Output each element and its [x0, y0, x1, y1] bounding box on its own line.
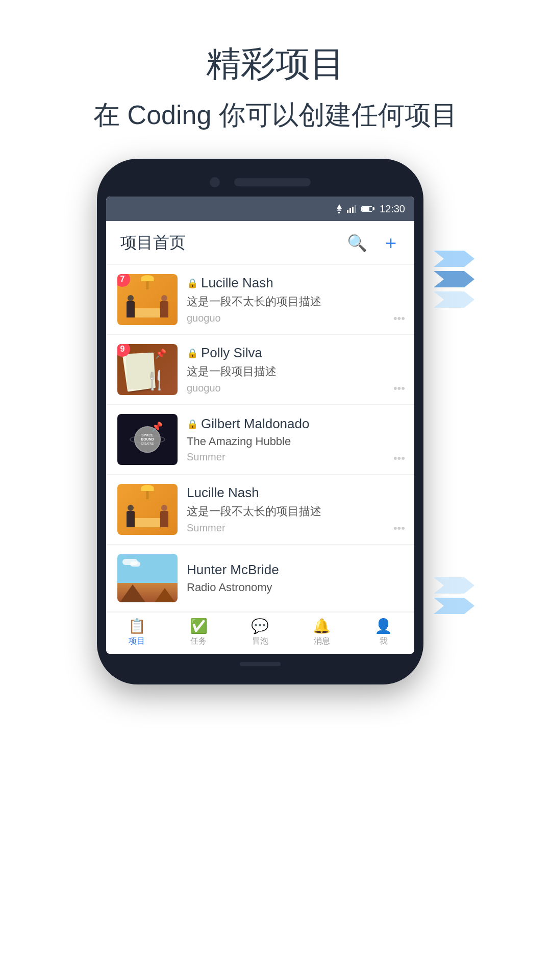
project-description: Radio Astronomy — [187, 581, 394, 594]
nav-item-projects[interactable]: 📋 项目 — [128, 618, 146, 647]
project-description: 这是一段项目描述 — [187, 364, 394, 379]
bottom-nav: 📋 项目 ✅ 任务 💬 冒泡 🔔 — [106, 612, 414, 654]
nav-item-profile[interactable]: 👤 我 — [374, 618, 392, 647]
add-button[interactable]: ＋ — [382, 230, 400, 255]
search-button[interactable]: 🔍 — [347, 233, 367, 253]
project-info: Lucille Nash 这是一段不太长的项目描述 Summer — [178, 485, 403, 534]
page-subtitle: 在 Coding 你可以创建任何项目 — [93, 97, 458, 133]
nav-item-messages[interactable]: 🔔 消息 — [313, 618, 331, 647]
wifi-icon — [337, 204, 342, 213]
project-thumbnail: SPACEBOUNDCREATIVE 📌 — [117, 414, 178, 465]
phone-frame: 12:30 项目首页 🔍 ＋ — [97, 159, 423, 684]
project-info: Hunter McBride Radio Astronomy — [178, 562, 403, 594]
more-button[interactable]: ••• — [393, 452, 405, 465]
nav-item-tasks[interactable]: ✅ 任务 — [190, 618, 208, 647]
status-time: 12:30 — [380, 203, 405, 215]
app-title: 项目首页 — [120, 232, 186, 254]
list-item[interactable]: Hunter McBride Radio Astronomy — [106, 545, 414, 612]
project-info: 🔒 Polly Silva 这是一段项目描述 guoguo — [178, 345, 403, 394]
decorative-arrows-top — [434, 251, 474, 308]
project-nav-icon: 📋 — [128, 618, 146, 634]
phone-bottom — [106, 654, 414, 670]
nav-label-tasks: 任务 — [190, 636, 207, 647]
project-info: 🔒 Lucille Nash 这是一段不太长的项目描述 guoguo — [178, 275, 403, 324]
project-name: Hunter McBride — [187, 562, 279, 578]
project-owner: Summer — [187, 522, 394, 534]
signal-icon — [347, 205, 356, 213]
project-thumbnail — [117, 554, 178, 602]
message-nav-icon: 🔔 — [313, 618, 331, 634]
page-container: 精彩项目 在 Coding 你可以创建任何项目 — [0, 0, 551, 980]
list-item[interactable]: Lucille Nash 这是一段不太长的项目描述 Summer ••• — [106, 475, 414, 545]
nav-label-profile: 我 — [380, 636, 388, 647]
project-thumbnail: 7 — [117, 274, 178, 325]
project-name: Polly Silva — [201, 345, 262, 361]
battery-icon — [361, 206, 374, 212]
nav-label-projects: 项目 — [129, 636, 145, 647]
project-description: The Amazing Hubble — [187, 435, 394, 448]
list-item[interactable]: 🍴 📌 9 🔒 Polly Silva 这是一段项目描述 — [106, 335, 414, 405]
project-owner: guoguo — [187, 382, 394, 394]
phone-camera — [210, 177, 220, 187]
more-button[interactable]: ••• — [393, 312, 405, 325]
project-name: Lucille Nash — [187, 485, 259, 501]
lock-icon: 🔒 — [187, 348, 198, 359]
page-header: 精彩项目 在 Coding 你可以创建任何项目 — [63, 0, 488, 159]
list-item[interactable]: SPACEBOUNDCREATIVE 📌 🔒 — [106, 405, 414, 475]
nav-label-messages: 消息 — [314, 636, 330, 647]
task-nav-icon: ✅ — [190, 618, 208, 634]
lock-icon: 🔒 — [187, 278, 198, 289]
nav-item-bubble[interactable]: 💬 冒泡 — [251, 618, 269, 647]
project-name: Lucille Nash — [201, 275, 273, 291]
lock-icon: 🔒 — [187, 419, 198, 430]
decorative-arrows-bottom — [434, 577, 474, 614]
project-description: 这是一段不太长的项目描述 — [187, 294, 394, 309]
more-button[interactable]: ••• — [393, 382, 405, 395]
page-title: 精彩项目 — [93, 41, 458, 87]
status-bar: 12:30 — [106, 197, 414, 221]
project-owner: Summer — [187, 451, 394, 463]
project-list: 7 🔒 Lucille Nash 这是一段不太长的项目描述 guoguo ••• — [106, 265, 414, 612]
phone-speaker — [234, 178, 311, 186]
app-header: 项目首页 🔍 ＋ — [106, 221, 414, 265]
project-info: 🔒 Gilbert Maldonado The Amazing Hubble S… — [178, 416, 403, 463]
project-description: 这是一段不太长的项目描述 — [187, 504, 394, 519]
project-thumbnail: 🍴 📌 9 — [117, 344, 178, 395]
profile-nav-icon: 👤 — [374, 618, 392, 634]
project-owner: guoguo — [187, 312, 394, 324]
nav-label-bubble: 冒泡 — [252, 636, 268, 647]
bubble-nav-icon: 💬 — [251, 618, 269, 634]
more-button[interactable]: ••• — [393, 522, 405, 535]
phone-notch — [106, 173, 414, 197]
phone-screen: 12:30 项目首页 🔍 ＋ — [106, 197, 414, 654]
project-thumbnail — [117, 484, 178, 535]
project-name: Gilbert Maldonado — [201, 416, 309, 432]
list-item[interactable]: 7 🔒 Lucille Nash 这是一段不太长的项目描述 guoguo ••• — [106, 265, 414, 335]
